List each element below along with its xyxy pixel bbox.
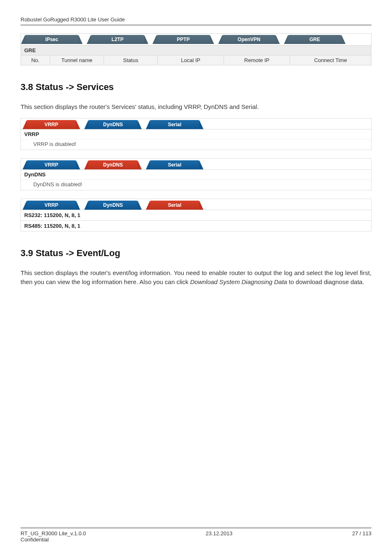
tab-vrrp[interactable]: VRRP (27, 201, 76, 210)
footer-confidential: Confidential (21, 536, 371, 543)
tab-ipsec[interactable]: IPsec (25, 35, 78, 44)
tab-serial[interactable]: Serial (150, 160, 199, 169)
tab-dyndns[interactable]: DynDNS (88, 201, 138, 210)
serial-tab-row: VRRP DynDNS Serial (21, 199, 371, 210)
tab-pptp[interactable]: PPTP (157, 35, 210, 44)
section-3-8-title: 3.8 Status -> Services (21, 82, 371, 92)
gre-h-status: Status (104, 56, 158, 65)
gre-section: GRE (21, 45, 371, 55)
gre-h-remote: Remote IP (224, 56, 290, 65)
footer-center: 23.12.2013 (206, 530, 233, 536)
gre-h-name: Tunnel name (50, 56, 104, 65)
gre-h-time: Connect Time (290, 56, 371, 65)
dyndns-panel: VRRP DynDNS Serial DynDNS DynDNS is disa… (21, 158, 371, 190)
header-rule (21, 24, 371, 26)
serial-panel: VRRP DynDNS Serial RS232: 115200, N, 8, … (21, 199, 371, 231)
section-3-8-intro: This section displays the router's Servi… (21, 102, 371, 111)
dyndns-heading: DynDNS (21, 170, 371, 179)
gre-headers: No. Tunnel name Status Local IP Remote I… (21, 55, 371, 65)
dyndns-tab-row: VRRP DynDNS Serial (21, 158, 371, 169)
dyndns-status: DynDNS is disabled! (21, 179, 371, 190)
gre-title: GRE (21, 46, 371, 55)
vrrp-panel: VRRP DynDNS Serial VRRP VRRP is disabled… (21, 118, 371, 150)
tab-dyndns[interactable]: DynDNS (88, 120, 138, 129)
footer-right: 27 / 113 (352, 530, 371, 536)
gre-h-no: No. (21, 56, 50, 65)
footer-rule (21, 527, 371, 529)
vpn-panel: IPsec L2TP PPTP OpenVPN GRE GRE No. Tunn… (21, 33, 371, 65)
tab-vrrp-active[interactable]: VRRP (27, 120, 76, 129)
page-header: Robustel GoRugged R3000 Lite User Guide (21, 16, 371, 23)
intro-italic: Download System Diagnosing Data (190, 278, 287, 285)
page-footer: RT_UG_R3000 Lite_v.1.0.0 23.12.2013 27 /… (21, 527, 371, 543)
gre-h-local: Local IP (158, 56, 224, 65)
tab-openvpn[interactable]: OpenVPN (222, 35, 276, 44)
section-3-9-intro: This section displays the router's event… (21, 268, 371, 287)
intro-part2: to download diagnose data. (287, 278, 364, 285)
section-3-9-title: 3.9 Status -> Event/Log (21, 248, 371, 259)
vrrp-heading: VRRP (21, 130, 371, 139)
tab-vrrp[interactable]: VRRP (27, 160, 76, 169)
tab-l2tp[interactable]: L2TP (91, 35, 144, 44)
vrrp-status: VRRP is disabled! (21, 139, 371, 150)
tab-serial[interactable]: Serial (150, 120, 199, 129)
rs232-row: RS232: 115200, N, 8, 1 (21, 210, 371, 220)
vrrp-tab-row: VRRP DynDNS Serial (21, 118, 371, 129)
vpn-tab-row: IPsec L2TP PPTP OpenVPN GRE (21, 33, 371, 45)
tab-gre[interactable]: GRE (288, 35, 341, 44)
tab-serial-active[interactable]: Serial (150, 201, 199, 210)
tab-dyndns-active[interactable]: DynDNS (88, 160, 138, 169)
footer-left: RT_UG_R3000 Lite_v.1.0.0 (21, 530, 86, 536)
rs485-row: RS485: 115200, N, 8, 1 (21, 220, 371, 231)
